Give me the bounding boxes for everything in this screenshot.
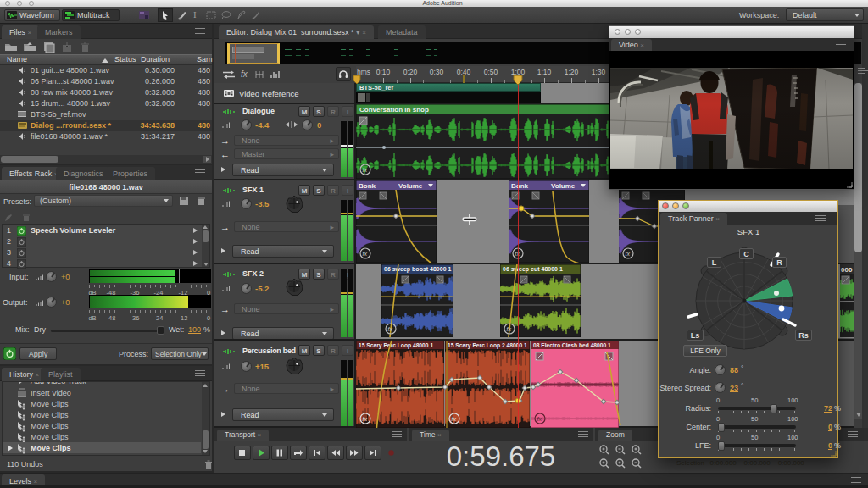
svg-text:Volume: Volume <box>551 182 576 190</box>
svg-text:fx: fx <box>507 326 512 332</box>
svg-text:Conversation in shop: Conversation in shop <box>359 106 429 114</box>
svg-text:000 1: 000 1 <box>841 266 854 274</box>
svg-text:06 sweep boost 48000 1: 06 sweep boost 48000 1 <box>384 266 451 273</box>
svg-text:fx: fx <box>388 326 393 332</box>
svg-text:06 sweep cut 48000 1: 06 sweep cut 48000 1 <box>503 266 563 273</box>
svg-text:fx: fx <box>363 251 368 257</box>
svg-text:Bonk: Bonk <box>511 182 529 190</box>
svg-text:Bonk: Bonk <box>359 182 376 190</box>
svg-text:fx: fx <box>363 167 368 173</box>
svg-text:Volume: Volume <box>398 182 423 190</box>
svg-text:fx: fx <box>626 251 631 257</box>
